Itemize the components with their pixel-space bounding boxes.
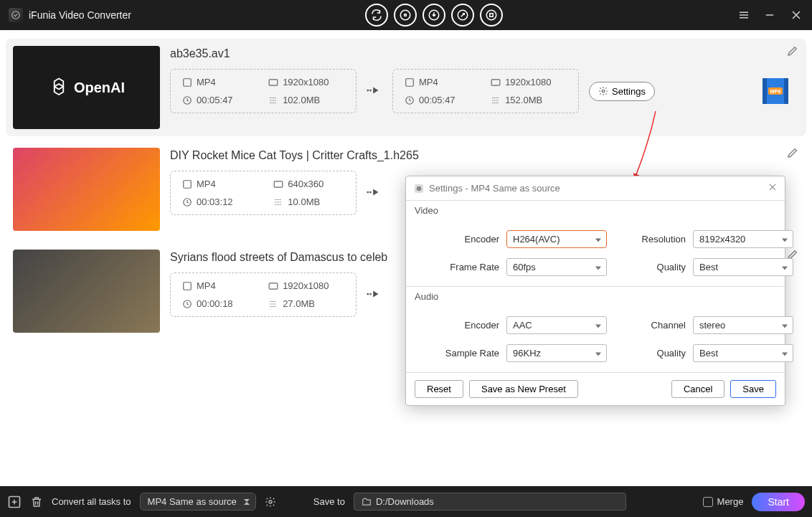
file-name: ab3e35.av1: [170, 47, 799, 60]
svg-rect-7: [184, 78, 192, 86]
tab-tools-icon[interactable]: [480, 4, 503, 27]
svg-point-15: [602, 90, 605, 93]
svg-rect-27: [269, 283, 278, 288]
audio-channel-select[interactable]: stereo: [693, 316, 793, 334]
dialog-icon: [413, 183, 425, 194]
svg-point-1: [401, 10, 411, 20]
gear-icon: [598, 86, 608, 96]
input-duration: 00:00:18: [197, 298, 233, 309]
save-to-label: Save to: [313, 496, 345, 507]
svg-rect-22: [275, 181, 283, 186]
minimize-icon[interactable]: [763, 9, 776, 22]
output-info: MP4 1920x1080 00:05:47 152.0MB: [392, 69, 579, 113]
input-info: MP4 1920x1080 00:05:47 102.0MB: [170, 69, 357, 113]
svg-rect-17: [763, 78, 767, 104]
gear-icon[interactable]: [265, 496, 276, 508]
save-path-input[interactable]: D:/Downloads: [354, 493, 626, 511]
svg-point-32: [269, 501, 272, 503]
output-format: MP4: [419, 77, 438, 87]
file-name: DIY Rocket Mice Cat Toys | Critter Craft…: [170, 149, 799, 162]
audio-samplerate-label: Sample Rate: [420, 348, 499, 359]
reset-button[interactable]: Reset: [415, 380, 463, 398]
file-card[interactable]: OpenAI ab3e35.av1 MP4 1920x1080 00:05:47…: [6, 39, 806, 136]
cancel-button[interactable]: Cancel: [671, 380, 724, 398]
save-preset-button[interactable]: Save as New Preset: [469, 380, 578, 398]
convert-label: Convert all tasks to: [52, 496, 131, 507]
dialog-close-icon[interactable]: [768, 182, 778, 194]
svg-point-10: [367, 89, 369, 91]
input-info: MP4 640x360 00:03:12 10.0MB: [170, 171, 357, 215]
convert-format-select[interactable]: MP4 Same as source: [140, 493, 256, 511]
svg-rect-21: [184, 180, 192, 188]
svg-point-2: [405, 14, 407, 16]
settings-button[interactable]: Settings: [589, 82, 655, 101]
svg-point-5: [487, 10, 497, 20]
svg-rect-8: [269, 79, 278, 85]
titlebar: iFunia Video Converter: [0, 0, 812, 30]
input-resolution: 640x360: [288, 179, 324, 189]
input-info: MP4 1920x1080 00:00:18 27.0MB: [170, 272, 357, 317]
arrow-icon: [367, 85, 382, 98]
svg-point-24: [367, 191, 369, 193]
svg-rect-6: [490, 14, 494, 17]
audio-encoder-label: Encoder: [420, 320, 499, 331]
input-duration: 00:03:12: [197, 196, 233, 207]
video-framerate-select[interactable]: 60fps: [506, 258, 607, 276]
add-button[interactable]: [7, 495, 22, 509]
input-format: MP4: [197, 179, 216, 189]
input-resolution: 1920x1080: [283, 280, 329, 291]
svg-text:MP4: MP4: [770, 89, 781, 94]
tab-convert-icon[interactable]: [365, 4, 388, 27]
svg-point-29: [367, 293, 369, 295]
format-icon[interactable]: MP4: [760, 76, 790, 106]
video-encoder-label: Encoder: [420, 234, 499, 245]
input-format: MP4: [197, 280, 216, 291]
svg-rect-18: [784, 78, 788, 104]
arrow-icon: [367, 187, 382, 199]
edit-icon[interactable]: [786, 146, 799, 161]
settings-dialog: Settings - MP4 Same as source Video Enco…: [405, 176, 785, 406]
video-encoder-select[interactable]: H264(AVC): [506, 230, 607, 248]
tab-edit-icon[interactable]: [451, 4, 474, 27]
video-resolution-select[interactable]: 8192x4320: [693, 230, 793, 248]
svg-point-11: [369, 89, 372, 91]
svg-rect-12: [406, 78, 414, 86]
svg-point-0: [12, 11, 20, 19]
menu-icon[interactable]: [737, 9, 750, 22]
video-resolution-label: Resolution: [614, 234, 686, 245]
output-size: 152.0MB: [505, 95, 542, 105]
thumbnail: [13, 250, 160, 333]
audio-quality-select[interactable]: Best: [693, 344, 793, 362]
save-button[interactable]: Save: [730, 380, 776, 398]
input-resolution: 1920x1080: [283, 77, 329, 87]
output-resolution: 1920x1080: [505, 77, 551, 87]
audio-encoder-select[interactable]: AAC: [506, 316, 607, 334]
thumbnail: OpenAI: [13, 46, 160, 129]
input-size: 102.0MB: [283, 95, 320, 105]
dialog-title: Settings - MP4 Same as source: [429, 183, 560, 194]
svg-point-25: [369, 191, 372, 193]
start-button[interactable]: Start: [752, 493, 805, 511]
thumb-label: OpenAI: [74, 80, 125, 96]
output-duration: 00:05:47: [419, 95, 455, 105]
svg-point-30: [369, 293, 372, 295]
svg-point-34: [417, 186, 422, 191]
input-duration: 00:05:47: [197, 95, 233, 105]
tab-disc-icon[interactable]: [394, 4, 417, 27]
edit-icon[interactable]: [786, 44, 799, 60]
tab-download-icon[interactable]: [422, 4, 445, 27]
footer: Convert all tasks to MP4 Same as source …: [0, 486, 812, 517]
thumbnail: [13, 148, 160, 231]
delete-button[interactable]: [30, 495, 43, 508]
video-quality-select[interactable]: Best: [693, 258, 793, 276]
settings-label: Settings: [612, 86, 646, 97]
svg-rect-13: [491, 79, 500, 85]
video-quality-label: Quality: [614, 262, 686, 272]
input-size: 27.0MB: [283, 298, 315, 309]
input-format: MP4: [197, 77, 216, 87]
audio-samplerate-select[interactable]: 96KHz: [506, 344, 607, 362]
close-icon[interactable]: [789, 8, 803, 22]
app-title: iFunia Video Converter: [29, 9, 131, 21]
svg-rect-26: [184, 282, 192, 290]
merge-checkbox[interactable]: Merge: [703, 496, 744, 507]
